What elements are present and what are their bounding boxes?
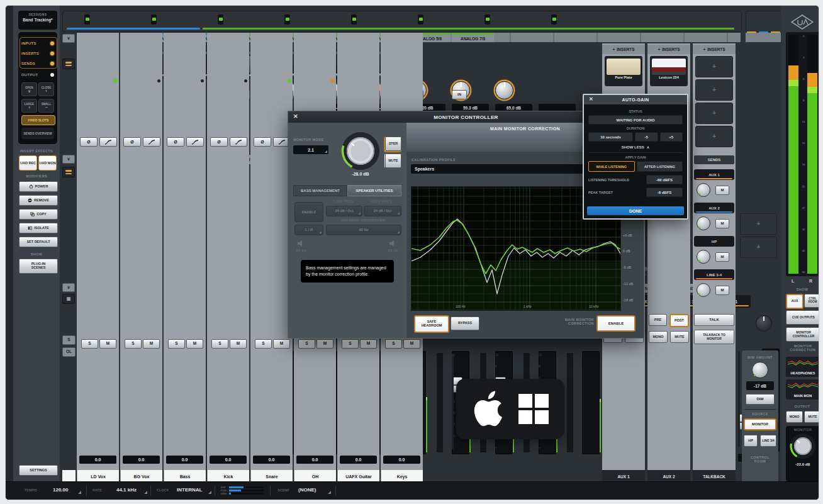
hp-source-button[interactable]: HP: [744, 435, 758, 447]
mute-button[interactable]: MUTE: [670, 331, 689, 343]
send-slot[interactable]: LINE 3-4: [694, 269, 734, 280]
duration-value[interactable]: 10 seconds: [588, 132, 633, 142]
send-level-knob[interactable]: [697, 283, 710, 297]
duration-minus-button[interactable]: -5: [635, 132, 658, 142]
solo-button[interactable]: S: [125, 339, 142, 349]
done-button[interactable]: DONE: [587, 206, 684, 215]
global-solo-button[interactable]: S: [62, 335, 76, 345]
solo-button[interactable]: S: [342, 339, 359, 349]
low-cut-filter-button[interactable]: [230, 137, 247, 147]
clock-value[interactable]: INTERNAL: [177, 487, 202, 493]
mute-button[interactable]: M: [273, 339, 290, 349]
collapse-inserts-button[interactable]: ∨: [62, 155, 75, 164]
aux-strip-name[interactable]: AUX 2: [647, 470, 690, 483]
scene-dropdown-icon[interactable]: [328, 491, 331, 494]
monitor-volume-knob[interactable]: [340, 130, 381, 172]
clock-dropdown-icon[interactable]: [208, 491, 211, 494]
scene-value[interactable]: (NONE): [298, 487, 316, 493]
low-cut-filter-button[interactable]: [186, 137, 204, 147]
overview-fader-handle[interactable]: [351, 14, 357, 25]
send-slot[interactable]: AUX 1: [694, 169, 734, 180]
settings-button[interactable]: SETTINGS: [19, 465, 58, 476]
post-button[interactable]: POST: [669, 314, 689, 327]
mute-button[interactable]: M: [360, 339, 377, 349]
phase-button[interactable]: Ø: [80, 137, 98, 147]
aux-strip-name[interactable]: TALKBACK: [693, 470, 736, 483]
insert-plugin-thumbnail[interactable]: Pure Plate: [605, 56, 642, 86]
show-ctrl-room-button[interactable]: CTRL ROOM: [804, 294, 819, 308]
show-less-button[interactable]: SHOW LESS ∧: [588, 145, 683, 149]
channel-name[interactable]: Bass: [164, 470, 206, 483]
safe-headroom-button[interactable]: SAFE HEADROOM: [414, 315, 449, 333]
line34-source-button[interactable]: LINE 3/4: [760, 435, 776, 447]
insert-slot[interactable]: [695, 103, 733, 124]
after-listening-button[interactable]: AFTER LISTENING: [637, 161, 683, 172]
tempo-value[interactable]: 120.00: [53, 487, 68, 493]
low-cut-filter-button[interactable]: [143, 137, 160, 147]
channel-name[interactable]: Snare: [250, 470, 293, 483]
overview-fader-handle[interactable]: [84, 14, 90, 25]
channel-name[interactable]: BG Vox: [120, 470, 162, 483]
sidebar-item-inserts[interactable]: INSERTS: [21, 50, 54, 57]
sessions-box[interactable]: SESSIONS Band Tracking*: [18, 11, 57, 30]
dim-button[interactable]: DIM: [746, 394, 775, 405]
solo-button[interactable]: S: [385, 339, 402, 349]
talkback-to-monitor-button[interactable]: TALKBACK TO MONITOR: [694, 330, 734, 344]
ster-button[interactable]: STER: [385, 137, 401, 151]
channel-name[interactable]: OH: [294, 470, 336, 483]
overview-fader-handle[interactable]: [151, 14, 157, 25]
bass-mgmt-enable-button[interactable]: ENABLE: [294, 202, 323, 222]
listening-threshold-value[interactable]: -60 dBFS: [646, 175, 683, 184]
channel-tab[interactable]: ANALOG 7/8: [452, 33, 494, 42]
open-button[interactable]: OPEN∨: [21, 82, 37, 96]
phase-button[interactable]: Ø: [167, 137, 184, 147]
plugin-scenes-button[interactable]: PLUG-IN SCENES: [19, 259, 58, 274]
set-default-button[interactable]: SET DEFAULT: [19, 237, 58, 247]
insert-slot[interactable]: [740, 213, 777, 235]
solo-button[interactable]: S: [255, 339, 272, 349]
tab-speaker-utilities[interactable]: SPEAKER UTILITIES: [347, 185, 401, 196]
overview-fader-handle[interactable]: [284, 14, 290, 25]
peak-target-value[interactable]: -8 dBFS: [646, 188, 683, 197]
inserts-header[interactable]: +INSERTS: [602, 45, 645, 54]
aux-strip-name[interactable]: AUX 1: [602, 470, 645, 483]
send-level-knob[interactable]: [697, 250, 710, 264]
rate-value[interactable]: 44.1 kHz: [116, 487, 137, 493]
collapse-inputs-button[interactable]: ∨: [62, 34, 75, 43]
highpass-slope-select[interactable]: 24 dB / Oct: [364, 206, 401, 216]
low-cut-filter-button[interactable]: [99, 137, 117, 147]
solo-button[interactable]: S: [211, 339, 228, 349]
sends-grid-icon[interactable]: ▦: [62, 294, 75, 304]
uad-rec-button[interactable]: UAD REC: [19, 155, 37, 171]
large-view-button[interactable]: LARGE＋: [21, 99, 37, 113]
rate-dropdown-icon[interactable]: [144, 491, 147, 494]
fixed-slots-button[interactable]: FIXED SLOTS: [21, 115, 55, 125]
output-mute-button[interactable]: MUTE: [804, 411, 819, 423]
copy-button[interactable]: COPY: [19, 209, 58, 220]
send-mute-button[interactable]: M: [715, 219, 729, 228]
send-slot[interactable]: AUX 2: [694, 203, 734, 213]
overview-fader-handle[interactable]: [418, 14, 423, 25]
insert-slot[interactable]: [695, 79, 733, 101]
mute-button[interactable]: M: [403, 339, 420, 349]
tempo-dropdown-icon[interactable]: [78, 491, 81, 494]
send-level-knob[interactable]: [697, 216, 710, 230]
insert-slot[interactable]: [740, 237, 777, 258]
solo-button[interactable]: S: [81, 339, 98, 349]
channel-name[interactable]: UAFX Guitar: [337, 470, 379, 483]
dim-amount-knob[interactable]: [752, 362, 768, 378]
sidebar-item-output[interactable]: OUTPUT: [21, 71, 54, 79]
uad-mon-button[interactable]: UAD MON: [38, 155, 57, 171]
correction-enable-button[interactable]: ENABLE: [596, 315, 635, 332]
inputs-section-icon[interactable]: [62, 59, 75, 69]
close-button[interactable]: CLOSE›: [38, 82, 54, 96]
output-mono-button[interactable]: MONO: [786, 411, 803, 423]
lowpass-slope-select[interactable]: 24 dB / Oct: [326, 206, 362, 216]
global-ol-clear-button[interactable]: OL: [62, 347, 76, 357]
input-select-button[interactable]: IN: [452, 90, 467, 99]
overview-fader-handle[interactable]: [484, 14, 490, 25]
monitor-level-knob[interactable]: [789, 432, 817, 460]
inserts-header[interactable]: +INSERTS: [647, 45, 690, 54]
phase-button[interactable]: Ø: [123, 137, 141, 147]
mono-button[interactable]: MONO: [649, 331, 668, 343]
